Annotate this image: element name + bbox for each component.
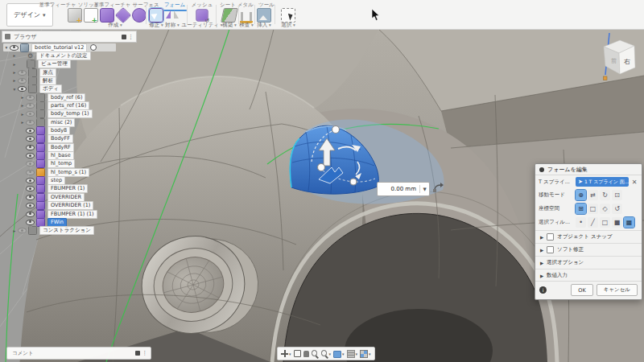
orbit-icon-button[interactable]: ▾ bbox=[281, 350, 291, 357]
tree-item--[interactable]: ▸解析 bbox=[11, 76, 56, 84]
visibility-eye-icon[interactable] bbox=[26, 128, 35, 134]
construct-plane-icon[interactable] bbox=[221, 8, 238, 23]
browser-header-menu[interactable]: ⋮ bbox=[122, 34, 136, 40]
space-view-icon[interactable]: □ bbox=[588, 204, 598, 214]
edit-form-icon[interactable] bbox=[149, 8, 163, 23]
dropdown-caret-icon[interactable]: ▾ bbox=[342, 352, 345, 356]
tree-item-hl_temp_s-1-[interactable]: hl_temp_s (1) bbox=[19, 168, 89, 176]
rotate-handle[interactable] bbox=[332, 126, 340, 134]
tree-item-label[interactable]: 解析 bbox=[39, 76, 56, 85]
dimension-value[interactable]: 0.00 mm bbox=[378, 186, 419, 192]
tree-expand-icon[interactable]: ▸ bbox=[11, 70, 18, 75]
tree-item-label[interactable]: hl_temp_s (1) bbox=[47, 168, 89, 177]
tree-item--[interactable]: ▸コンストラクション bbox=[11, 227, 94, 235]
tree-item-label[interactable]: hl_temp bbox=[47, 159, 75, 168]
look-at-icon-button[interactable] bbox=[294, 350, 301, 357]
tree-item-fbumper-1-1-[interactable]: FBUMPER (1) (1) bbox=[19, 210, 97, 218]
mirror-icon[interactable] bbox=[166, 8, 179, 21]
tree-item-label[interactable]: FBUMPER (1) (1) bbox=[47, 210, 97, 219]
visibility-eye-icon[interactable] bbox=[26, 195, 35, 200]
tree-item-body_temp-1-[interactable]: ▸body_temp (1) bbox=[19, 110, 93, 118]
group-label-6[interactable]: 検査 bbox=[239, 22, 254, 29]
zoom-icon-button[interactable] bbox=[312, 350, 319, 357]
checkbox-row-2[interactable]: ▶ソフト修正 bbox=[535, 245, 642, 255]
tree-item-label[interactable]: 原点 bbox=[39, 68, 56, 77]
visibility-eye-icon[interactable] bbox=[26, 178, 35, 183]
group-label-5[interactable]: 構築 bbox=[222, 22, 237, 29]
grid-snaps-icon-button[interactable]: ▾ bbox=[347, 350, 358, 358]
disclosure-icon[interactable]: ▶ bbox=[539, 235, 545, 240]
space-world-icon[interactable]: ⊞ bbox=[576, 204, 586, 214]
dialog-titlebar[interactable]: フォームを編集 bbox=[535, 164, 642, 175]
tree-item-label[interactable]: misc (2) bbox=[47, 118, 75, 127]
tree-item-parts_ref-16-[interactable]: ▸parts_ref (16) bbox=[19, 101, 89, 109]
move-triad-icon[interactable]: ⊕ bbox=[576, 190, 586, 200]
create-sketch-icon[interactable] bbox=[84, 8, 98, 23]
tree-expand-icon[interactable]: ▸ bbox=[11, 62, 18, 67]
visibility-eye-icon[interactable] bbox=[26, 95, 35, 101]
space-local-icon[interactable]: ◇ bbox=[600, 204, 610, 214]
checkbox-row-1[interactable]: ▶オブジェクト スナップ bbox=[535, 232, 642, 242]
select-icon[interactable] bbox=[281, 8, 295, 23]
tree-expand-icon[interactable]: ▸ bbox=[19, 120, 26, 125]
insert-canvas-icon[interactable] bbox=[257, 8, 271, 23]
visibility-eye-icon[interactable] bbox=[18, 78, 27, 84]
viewport-canvas[interactable]: 前 右 ブラウザ ⋮ ▾beetle_tutorial v12▸⚙ドキュメントの… bbox=[0, 29, 644, 362]
tree-item-label[interactable]: OVERRIDER bbox=[47, 193, 85, 202]
dimension-dropdown-icon[interactable]: ▼ bbox=[420, 187, 429, 191]
form-sphere-icon[interactable] bbox=[132, 8, 147, 23]
visibility-eye-icon[interactable] bbox=[26, 186, 35, 191]
pan-icon-button[interactable] bbox=[303, 350, 309, 357]
tree-item-label[interactable]: step bbox=[47, 176, 65, 185]
visibility-eye-icon[interactable] bbox=[26, 120, 35, 125]
visibility-eye-icon[interactable] bbox=[26, 111, 35, 117]
tree-item-beetle_tutorial-v12[interactable]: ▾beetle_tutorial v12 bbox=[3, 43, 116, 51]
tree-item--[interactable]: ▸ビュー管理 bbox=[11, 60, 71, 68]
visibility-eye-icon[interactable] bbox=[18, 228, 27, 233]
disclosure-row-1[interactable]: ▶選択オプション bbox=[535, 257, 642, 268]
group-label-7[interactable]: 挿入 bbox=[257, 22, 271, 29]
tree-item-step[interactable]: step bbox=[19, 177, 65, 185]
move-scale-icon[interactable]: ⊡ bbox=[612, 190, 622, 200]
browser-header[interactable]: ブラウザ ⋮ bbox=[2, 31, 137, 43]
rotate-handle-2[interactable] bbox=[318, 164, 325, 171]
visibility-eye-icon[interactable] bbox=[26, 212, 35, 217]
tree-expand-icon[interactable]: ▸ bbox=[11, 78, 18, 83]
dimension-input[interactable]: 0.00 mm ▼ bbox=[377, 182, 430, 196]
cancel-button[interactable]: キャンセル bbox=[597, 284, 638, 296]
tree-item-hl_base[interactable]: hl_base bbox=[19, 152, 74, 160]
disclosure-icon[interactable]: ▶ bbox=[539, 248, 545, 253]
tree-item-label[interactable]: FWin bbox=[47, 218, 67, 227]
group-label-3[interactable]: 対称 bbox=[165, 22, 180, 29]
group-label-2[interactable]: 修正 bbox=[149, 22, 163, 29]
visibility-eye-icon[interactable] bbox=[18, 86, 27, 92]
visibility-eye-icon[interactable] bbox=[18, 70, 27, 76]
tree-item-label[interactable]: ドキュメントの設定 bbox=[36, 51, 91, 60]
disclosure-icon[interactable]: ▶ bbox=[539, 274, 545, 278]
tree-item-bodyff[interactable]: BodyFF bbox=[19, 135, 73, 143]
filter-face-icon[interactable]: □ bbox=[600, 217, 610, 228]
visibility-eye-icon[interactable] bbox=[26, 220, 35, 225]
checkbox[interactable] bbox=[547, 246, 554, 253]
group-label-8[interactable]: 選択 bbox=[281, 22, 295, 29]
disclosure-row-2[interactable]: ▶数値入力 bbox=[535, 270, 642, 281]
visibility-eye-icon[interactable] bbox=[26, 136, 35, 142]
convert-icon[interactable] bbox=[196, 9, 208, 21]
tree-item-overrider-1-[interactable]: OVERRIDER (1) bbox=[19, 202, 93, 210]
visibility-eye-icon[interactable] bbox=[26, 203, 35, 208]
tree-item-misc-2-[interactable]: ▸misc (2) bbox=[19, 118, 75, 126]
display-settings-icon-button[interactable]: ▾ bbox=[333, 350, 345, 358]
info-icon[interactable]: i bbox=[539, 286, 547, 294]
tree-item-label[interactable]: ビュー管理 bbox=[38, 60, 71, 68]
tree-item-label[interactable]: body_temp (1) bbox=[47, 109, 93, 118]
ok-button[interactable]: OK bbox=[571, 284, 592, 296]
dropdown-caret-icon[interactable]: ▾ bbox=[369, 352, 371, 356]
tree-item--[interactable]: ▸⚙ドキュメントの設定 bbox=[11, 51, 91, 60]
filter-body-icon[interactable]: ■ bbox=[612, 217, 622, 228]
tree-item-label[interactable]: コンストラクション bbox=[39, 226, 94, 235]
dropdown-caret-icon[interactable]: ▾ bbox=[329, 352, 332, 356]
move-rotate-icon[interactable]: ↻ bbox=[600, 190, 610, 200]
tree-expand-icon[interactable]: ▸ bbox=[11, 228, 18, 233]
filter-vertex-icon[interactable]: • bbox=[576, 217, 586, 228]
tree-expand-icon[interactable]: ▾ bbox=[11, 87, 18, 92]
